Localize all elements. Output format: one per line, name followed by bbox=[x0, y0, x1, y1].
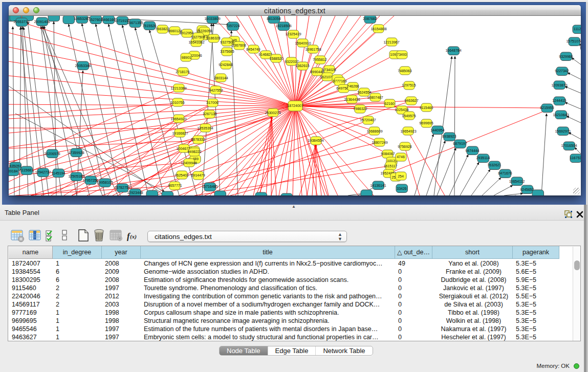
svg-text:6879197: 6879197 bbox=[453, 142, 467, 145]
svg-text:254: 254 bbox=[398, 174, 404, 178]
svg-text:6914479: 6914479 bbox=[191, 173, 205, 177]
svg-text:10654112: 10654112 bbox=[509, 180, 525, 183]
svg-text:62160: 62160 bbox=[384, 102, 395, 105]
svg-text:1025438: 1025438 bbox=[395, 108, 408, 112]
svg-text:8186328: 8186328 bbox=[206, 36, 220, 40]
svg-text:18724007: 18724007 bbox=[287, 104, 303, 107]
svg-text:8471676: 8471676 bbox=[498, 171, 512, 175]
svg-text:25300273: 25300273 bbox=[265, 111, 280, 115]
svg-text:11123: 11123 bbox=[574, 27, 581, 31]
svg-text:19654923: 19654923 bbox=[400, 129, 416, 133]
svg-text:9084067: 9084067 bbox=[381, 152, 395, 156]
svg-text:12923448: 12923448 bbox=[127, 191, 143, 194]
svg-text:16782759: 16782759 bbox=[114, 186, 130, 189]
svg-text:4746: 4746 bbox=[397, 155, 405, 159]
svg-text:9699695: 9699695 bbox=[419, 121, 433, 125]
svg-text:15720407: 15720407 bbox=[360, 118, 376, 122]
svg-text:15226058: 15226058 bbox=[196, 29, 212, 33]
svg-text:9322037: 9322037 bbox=[285, 60, 298, 63]
svg-text:3375685: 3375685 bbox=[220, 50, 234, 53]
svg-text:6466160: 6466160 bbox=[101, 18, 115, 21]
svg-text:9427552: 9427552 bbox=[209, 89, 223, 92]
svg-text:12325419: 12325419 bbox=[285, 32, 301, 36]
svg-text:1527602: 1527602 bbox=[89, 18, 102, 21]
svg-text:10688609: 10688609 bbox=[366, 129, 382, 133]
svg-text:9657771: 9657771 bbox=[168, 184, 182, 187]
svg-text:20091406: 20091406 bbox=[34, 20, 50, 24]
svg-text:12505185: 12505185 bbox=[68, 174, 84, 178]
svg-text:9756928: 9756928 bbox=[398, 145, 411, 148]
svg-text:20206576: 20206576 bbox=[44, 152, 60, 156]
svg-text:20053346: 20053346 bbox=[75, 64, 91, 68]
svg-text:1588520: 1588520 bbox=[269, 57, 283, 60]
svg-text:98901: 98901 bbox=[181, 56, 191, 59]
svg-text:9498222: 9498222 bbox=[187, 150, 201, 154]
svg-text:19654923: 19654923 bbox=[170, 117, 186, 121]
svg-text:15692971: 15692971 bbox=[555, 129, 571, 133]
svg-text:1010755: 1010755 bbox=[170, 101, 184, 104]
svg-text:317006: 317006 bbox=[206, 101, 218, 104]
svg-text:7632621: 7632621 bbox=[487, 163, 501, 167]
svg-text:8878332: 8878332 bbox=[191, 138, 205, 141]
svg-text:1297515: 1297515 bbox=[402, 83, 416, 87]
svg-text:9327506: 9327506 bbox=[191, 35, 205, 39]
svg-text:1440954: 1440954 bbox=[430, 128, 444, 132]
svg-text:15716485: 15716485 bbox=[202, 185, 217, 188]
svg-text:7955812: 7955812 bbox=[313, 58, 326, 61]
svg-text:1362615: 1362615 bbox=[295, 64, 309, 68]
svg-text:73493: 73493 bbox=[397, 53, 407, 56]
svg-text:9777169: 9777169 bbox=[333, 79, 346, 83]
svg-text:21364436: 21364436 bbox=[344, 98, 360, 101]
svg-text:1549575: 1549575 bbox=[402, 114, 416, 118]
svg-text:19166827: 19166827 bbox=[172, 132, 188, 135]
svg-text:7515526: 7515526 bbox=[142, 24, 156, 28]
svg-text:12213389: 12213389 bbox=[170, 86, 186, 90]
svg-text:(x): (x) bbox=[130, 233, 137, 240]
svg-text:16648784: 16648784 bbox=[445, 49, 461, 52]
svg-text:2367608: 2367608 bbox=[232, 43, 246, 47]
svg-text:9734028: 9734028 bbox=[322, 68, 336, 72]
svg-text:20553713: 20553713 bbox=[13, 20, 29, 24]
svg-text:8938923: 8938923 bbox=[442, 135, 456, 138]
svg-text:16210643: 16210643 bbox=[553, 113, 569, 117]
svg-text:39184: 39184 bbox=[9, 169, 18, 173]
svg-text:16671355: 16671355 bbox=[127, 21, 143, 25]
svg-text:746266: 746266 bbox=[347, 84, 359, 88]
svg-text:12093873: 12093873 bbox=[551, 83, 567, 87]
svg-text:8215955: 8215955 bbox=[540, 106, 554, 110]
svg-text:1244415: 1244415 bbox=[552, 99, 566, 102]
svg-text:17359928: 17359928 bbox=[68, 151, 84, 155]
svg-text:13535394: 13535394 bbox=[197, 126, 213, 130]
svg-text:15640910: 15640910 bbox=[295, 41, 311, 45]
svg-text:19958107: 19958107 bbox=[97, 181, 113, 184]
svg-text:116753: 116753 bbox=[570, 156, 581, 160]
svg-text:12213967: 12213967 bbox=[383, 40, 399, 44]
svg-text:18807249: 18807249 bbox=[372, 141, 387, 144]
svg-text:2935114: 2935114 bbox=[476, 156, 490, 160]
svg-text:10653287: 10653287 bbox=[74, 17, 90, 20]
svg-text:12942737: 12942737 bbox=[35, 170, 51, 174]
svg-text:2718176: 2718176 bbox=[176, 70, 189, 74]
svg-text:7986322: 7986322 bbox=[353, 107, 367, 111]
svg-text:9245652: 9245652 bbox=[520, 188, 534, 191]
svg-text:12409948: 12409948 bbox=[181, 161, 197, 165]
svg-text:19384554: 19384554 bbox=[308, 139, 323, 142]
svg-text:33426: 33426 bbox=[397, 187, 407, 190]
svg-text:9329966: 9329966 bbox=[559, 55, 573, 58]
svg-text:16154808: 16154808 bbox=[371, 27, 386, 31]
svg-text:9146821: 9146821 bbox=[258, 53, 272, 56]
svg-text:1145194: 1145194 bbox=[52, 171, 66, 175]
svg-text:3267130: 3267130 bbox=[203, 112, 216, 116]
svg-text:7663822: 7663822 bbox=[155, 27, 169, 31]
svg-text:9115460: 9115460 bbox=[420, 106, 433, 110]
svg-text:2803144: 2803144 bbox=[214, 76, 228, 80]
svg-text:1615117: 1615117 bbox=[384, 164, 398, 168]
svg-text:16033809: 16033809 bbox=[204, 17, 220, 20]
svg-text:1115681: 1115681 bbox=[20, 168, 33, 172]
svg-text:3624554: 3624554 bbox=[357, 91, 371, 94]
svg-text:17957255: 17957255 bbox=[82, 179, 98, 182]
svg-text:10807487: 10807487 bbox=[367, 96, 383, 99]
svg-text:14136141: 14136141 bbox=[370, 184, 386, 187]
svg-text:7485063: 7485063 bbox=[398, 69, 411, 73]
svg-text:15751074: 15751074 bbox=[566, 39, 581, 43]
